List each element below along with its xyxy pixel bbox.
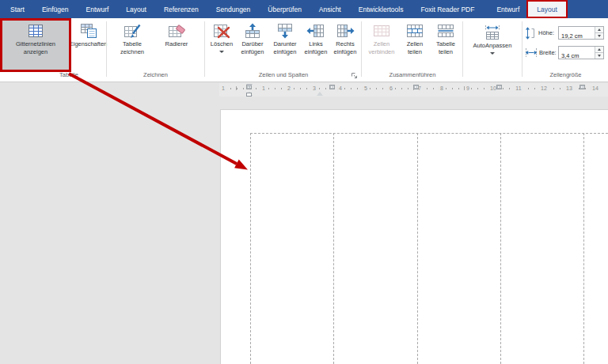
merge-cells-label: Zellen verbinden — [369, 40, 395, 56]
spinner-up-icon[interactable] — [595, 47, 603, 52]
tab-referenzen[interactable]: Referenzen — [155, 0, 207, 18]
ruler-column-marker[interactable] — [413, 85, 419, 89]
draw-table-label: Tabelle zeichnen — [120, 40, 144, 56]
autofit-icon — [483, 25, 502, 40]
dialog-launcher-icon[interactable] — [351, 72, 358, 79]
ruler-number: 5 — [363, 85, 369, 92]
properties-label: Eigenschaften — [70, 40, 108, 48]
group-label-zeilen-und-spalten: Zeilen und Spalten — [207, 71, 360, 78]
insert-above-button[interactable]: Darüber einfügen — [237, 20, 268, 70]
tab-foxit-reader-pdf[interactable]: Foxit Reader PDF — [412, 0, 483, 18]
merge-cells-icon — [372, 23, 391, 39]
column-width-spinner — [595, 47, 603, 59]
tab-entwicklertools[interactable]: Entwicklertools — [350, 0, 412, 18]
left-indent-marker[interactable] — [246, 93, 252, 97]
ruler-column-marker[interactable] — [496, 85, 502, 89]
ruler-column-marker[interactable] — [329, 85, 335, 89]
group-separator — [522, 21, 522, 77]
spinner-up-icon[interactable] — [595, 27, 603, 32]
row-height-label: Höhe: — [538, 29, 554, 36]
group-zellengroesse: Höhe: Breite: Zellengröße — [523, 18, 608, 82]
document-canvas: 1 1 2 3 4 5 6 7 8 9 10 11 12 13 14 — [0, 82, 608, 364]
eraser-button[interactable]: Radierer — [154, 20, 199, 70]
autofit-button[interactable]: AutoAnpassen — [465, 21, 520, 72]
ruler-number: 12 — [539, 85, 549, 92]
ruler-number: 8 — [439, 85, 445, 92]
tab-start[interactable]: Start — [2, 0, 33, 18]
eraser-label: Radierer — [165, 40, 188, 48]
tab-einfuegen[interactable]: Einfügen — [33, 0, 78, 18]
ruler-number: 14 — [591, 85, 600, 92]
row-height-icon — [525, 27, 535, 40]
group-zeilen-und-spalten: Löschen Darüber einfügen — [207, 18, 360, 82]
insert-below-icon — [276, 23, 294, 39]
tab-sendungen[interactable]: Sendungen — [207, 0, 260, 18]
insert-right-icon — [336, 23, 355, 39]
group-autoanpassen: AutoAnpassen — [465, 18, 520, 82]
ruler-number: 11 — [514, 85, 522, 92]
split-table-button[interactable]: Tabelle teilen — [430, 20, 462, 70]
show-gridlines-label: Gitternetzlinien anzeigen — [16, 40, 55, 56]
tab-ansicht[interactable]: Ansicht — [310, 0, 350, 18]
insert-right-button[interactable]: Rechts einfügen — [330, 20, 360, 70]
split-table-icon — [436, 23, 455, 39]
delete-label: Löschen — [211, 40, 233, 48]
row-height-field[interactable] — [558, 26, 604, 40]
tab-tabletools-layout[interactable]: Layout — [528, 0, 566, 18]
table-gridline-column — [250, 133, 251, 364]
insert-right-label: Rechts einfügen — [334, 40, 357, 56]
column-width-input[interactable] — [559, 50, 594, 62]
split-cells-button[interactable]: Zellen teilen — [400, 20, 430, 70]
table-gridline-column — [333, 133, 334, 364]
group-label-zellengroesse: Zellengröße — [523, 71, 608, 78]
insert-above-icon — [243, 23, 262, 39]
insert-left-icon — [306, 23, 325, 39]
insert-left-button[interactable]: Links einfügen — [302, 20, 330, 70]
merge-cells-button: Zellen verbinden — [363, 20, 400, 70]
draw-table-icon — [123, 23, 142, 39]
column-width-field[interactable] — [558, 46, 604, 59]
tab-tabletools-entwurf[interactable]: Entwurf — [488, 0, 528, 18]
group-label-zusammenfuehren: Zusammenführen — [363, 71, 462, 78]
ruler-margin-number: 1 — [220, 85, 226, 92]
group-separator — [204, 21, 205, 77]
show-gridlines-button[interactable]: Gitternetzlinien anzeigen — [2, 20, 70, 70]
table-gridline-top — [250, 133, 608, 134]
delete-table-icon — [212, 23, 231, 39]
tab-ueberpruefen[interactable]: Überprüfen — [259, 0, 310, 18]
table-gridline-column — [417, 133, 418, 364]
ruler-number: 2 — [286, 85, 292, 92]
table-gridline-column — [583, 133, 584, 364]
spinner-down-icon[interactable] — [595, 32, 603, 39]
group-tabelle: Gitternetzlinien anzeigen Eigenschaften … — [0, 18, 106, 82]
row-height-spinner — [595, 27, 603, 39]
insert-below-label: Darunter einfügen — [273, 40, 296, 56]
group-label-zeichnen: Zeichnen — [108, 71, 203, 78]
group-label-tabelle: Tabelle — [32, 71, 106, 78]
insert-below-button[interactable]: Darunter einfügen — [268, 20, 302, 70]
document-page[interactable] — [220, 109, 608, 364]
tab-entwurf[interactable]: Entwurf — [78, 0, 118, 18]
draw-table-button[interactable]: Tabelle zeichnen — [110, 20, 154, 70]
properties-button[interactable]: Eigenschaften — [70, 20, 106, 70]
group-zusammenfuehren: Zellen verbinden Zellen teilen — [363, 18, 462, 82]
spinner-down-icon[interactable] — [595, 52, 603, 59]
row-height-input[interactable] — [559, 30, 594, 42]
ruler-number: 6 — [388, 85, 394, 92]
autofit-label: AutoAnpassen — [473, 42, 512, 50]
insert-above-label: Darüber einfügen — [241, 40, 264, 56]
ruler-column-marker[interactable] — [580, 85, 585, 89]
insert-left-label: Links einfügen — [305, 40, 328, 56]
table-gridlines-icon — [26, 23, 45, 39]
eraser-icon — [167, 23, 186, 39]
group-separator — [361, 21, 362, 77]
tab-label: Layout — [537, 6, 557, 13]
delete-button[interactable]: Löschen — [207, 20, 237, 70]
ribbon-tab-bar: Start Einfügen Entwurf Layout Referenzen… — [0, 0, 608, 18]
table-properties-icon — [79, 23, 98, 39]
column-width-label: Breite: — [539, 49, 557, 56]
ruler-number: 9 — [465, 85, 471, 92]
right-indent-marker[interactable] — [317, 89, 323, 96]
dropdown-caret-icon — [219, 51, 224, 55]
tab-layout[interactable]: Layout — [117, 0, 155, 18]
